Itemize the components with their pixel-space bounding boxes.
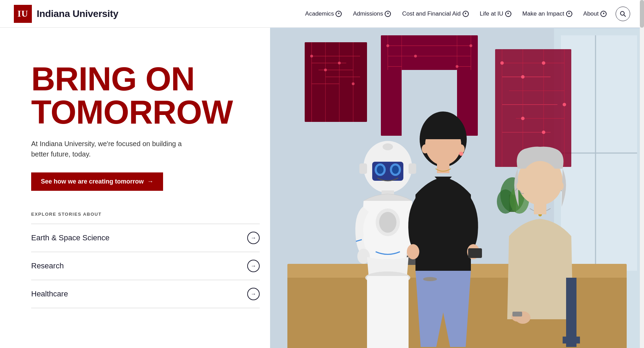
svg-rect-76	[367, 276, 409, 348]
story-list: Earth & Space Science → Research → Healt…	[31, 224, 260, 308]
search-icon	[619, 10, 626, 17]
svg-point-46	[500, 61, 504, 65]
svg-point-47	[521, 75, 525, 79]
chevron-down-icon	[463, 11, 469, 17]
svg-point-51	[542, 131, 545, 134]
svg-point-62	[377, 166, 384, 174]
nav-item-life-at-iu[interactable]: Life at IU	[475, 8, 516, 20]
svg-point-50	[521, 117, 525, 120]
svg-point-0	[620, 11, 624, 15]
story-title-earth-space: Earth & Space Science	[31, 233, 109, 242]
chevron-down-icon	[566, 11, 572, 17]
svg-point-88	[407, 244, 419, 259]
nav-label-academics: Academics	[305, 10, 334, 17]
iu-logo-mark: IU	[14, 5, 32, 23]
explore-section-label: EXPLORE STORIES ABOUT	[31, 212, 249, 217]
svg-point-17	[310, 55, 313, 57]
nav-label-about: About	[583, 10, 599, 17]
chevron-down-icon	[505, 11, 511, 17]
svg-point-84	[422, 144, 429, 153]
svg-rect-90	[468, 248, 482, 258]
site-header: IU Indiana University Academics Admissio…	[0, 0, 644, 28]
chevron-down-icon	[385, 11, 391, 17]
svg-point-33	[456, 65, 458, 68]
chevron-down-icon	[600, 11, 607, 17]
cta-button[interactable]: See how we are creating tomorrow →	[31, 172, 163, 191]
scrollbar-thumb[interactable]	[640, 0, 644, 28]
svg-point-92	[521, 161, 559, 204]
university-name: Indiana University	[37, 8, 118, 19]
hero-image	[270, 28, 644, 348]
nav-item-make-impact[interactable]: Make an Impact	[518, 8, 577, 20]
nav-item-academics[interactable]: Academics	[300, 8, 347, 20]
story-arrow-icon: →	[247, 232, 260, 244]
svg-point-32	[414, 55, 417, 57]
chevron-down-icon	[336, 11, 342, 17]
site-logo[interactable]: IU Indiana University	[14, 5, 118, 23]
svg-point-34	[469, 44, 472, 47]
hero-line2: TOMORROW	[31, 93, 233, 131]
main-nav: Academics Admissions Cost and Financial …	[300, 7, 630, 21]
nav-label-admissions: Admissions	[353, 10, 383, 17]
svg-point-18	[324, 69, 327, 71]
svg-point-19	[338, 62, 341, 64]
nav-label-impact: Make an Impact	[522, 10, 564, 17]
story-item-earth-space[interactable]: Earth & Space Science →	[31, 224, 260, 252]
story-title-healthcare: Healthcare	[31, 289, 68, 298]
svg-point-31	[386, 44, 389, 47]
main-content: BRING ON TOMORROW At Indiana University,…	[0, 28, 644, 348]
hero-headline: BRING ON TOMORROW	[31, 62, 249, 129]
svg-point-20	[352, 82, 355, 85]
svg-point-48	[542, 61, 545, 65]
svg-point-49	[563, 103, 566, 106]
cta-arrow-icon: →	[147, 178, 153, 185]
svg-point-102	[423, 277, 437, 281]
story-arrow-icon: →	[247, 288, 260, 300]
story-item-healthcare[interactable]: Healthcare →	[31, 280, 260, 308]
svg-rect-96	[534, 202, 546, 214]
search-button[interactable]	[616, 7, 630, 21]
nav-item-admissions[interactable]: Admissions	[348, 8, 396, 20]
svg-rect-66	[409, 163, 416, 174]
svg-point-86	[459, 152, 463, 156]
logo-initials: IU	[18, 9, 28, 19]
svg-point-63	[392, 166, 399, 174]
svg-rect-99	[512, 312, 522, 316]
svg-point-64	[383, 143, 393, 150]
svg-rect-7	[305, 42, 367, 122]
svg-rect-101	[563, 337, 580, 343]
story-item-research[interactable]: Research →	[31, 252, 260, 280]
hero-line1: BRING ON	[31, 60, 195, 97]
svg-rect-65	[359, 163, 367, 174]
story-title-research: Research	[31, 261, 64, 270]
nav-label-cost: Cost and Financial Aid	[402, 10, 460, 17]
svg-point-93	[517, 181, 524, 190]
hero-subtext: At Indiana University, we're focused on …	[31, 139, 184, 159]
hero-right-panel	[270, 28, 644, 348]
svg-line-1	[624, 15, 626, 17]
scrollbar-track	[640, 0, 644, 348]
svg-point-69	[379, 212, 396, 233]
cta-label: See how we are creating tomorrow	[41, 178, 144, 185]
nav-label-life: Life at IU	[480, 10, 503, 17]
nav-item-cost-financial-aid[interactable]: Cost and Financial Aid	[397, 8, 473, 20]
story-arrow-icon: →	[247, 260, 260, 272]
hero-left-panel: BRING ON TOMORROW At Indiana University,…	[0, 28, 270, 348]
nav-item-about[interactable]: About	[579, 8, 611, 20]
svg-point-94	[557, 181, 564, 190]
